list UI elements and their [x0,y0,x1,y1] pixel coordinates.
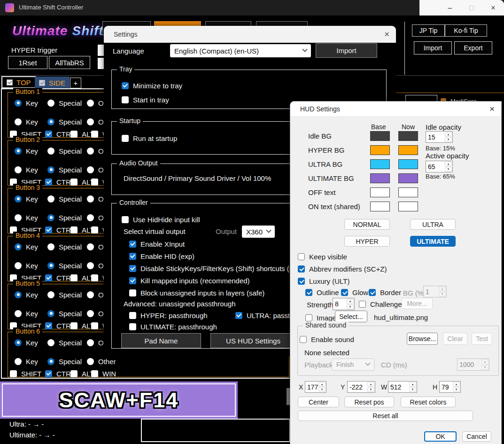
checkbox-icon[interactable] [122,96,129,103]
radio-special[interactable]: Special [47,98,82,108]
radio-special[interactable]: Special [47,290,82,299]
radio-icon[interactable] [87,195,94,203]
enable-hid-checkbox[interactable]: Enable HID (exp) [129,251,194,261]
spinner-down-icon[interactable]: ▼ [347,304,354,310]
outline-checkbox[interactable]: Outline [305,288,339,297]
ok-button[interactable]: OK [424,431,457,442]
jp-tip-button[interactable]: JP Tip [412,24,445,37]
ultimate-passthrough-checkbox[interactable]: ULTIMATE: passthrough [129,322,217,331]
ultimate-mode-button[interactable]: ULTIMATE [410,236,456,247]
radio-special[interactable]: Special [47,194,82,203]
border-checkbox[interactable]: Border [369,288,401,297]
spinner-up-icon[interactable]: ▲ [453,382,460,387]
checkbox-icon[interactable] [70,370,78,377]
start-in-tray-checkbox[interactable]: Start in tray [122,95,169,104]
radio-icon[interactable] [87,291,94,298]
checkbox-icon[interactable] [129,323,136,330]
radio-icon[interactable] [47,214,54,221]
radio-icon[interactable] [87,243,94,250]
checkbox-icon[interactable] [369,289,376,296]
radio-icon[interactable] [47,148,54,155]
radio-special[interactable]: Special [47,146,82,156]
export-config-button[interactable]: Export [454,41,492,55]
ultra-mode-button[interactable]: ULTRA [410,219,456,230]
checkbox-icon[interactable] [91,274,98,281]
us-hud-settings-button[interactable]: US HUD Settings [210,333,296,348]
checkbox-alt[interactable]: ALT [70,321,94,330]
radio-special-2[interactable]: Special [47,309,82,318]
checkbox-win[interactable]: WIN [91,369,116,378]
radio-key-2[interactable]: Key [15,165,38,174]
challenger-checkbox[interactable]: Challenger [359,299,404,309]
normal-mode-button[interactable]: NORMAL [344,219,390,230]
abbrev-modifiers-checkbox[interactable]: Abbrev modifiers (SC+Z) [298,264,387,274]
checkbox-icon[interactable] [129,289,136,296]
rset-button[interactable]: 1Rset [8,56,47,69]
enable-xinput-checkbox[interactable]: Enable XInput [129,239,185,249]
spinner-down-icon[interactable]: ▼ [445,137,452,142]
checkbox-icon[interactable] [70,322,78,329]
keep-visible-checkbox[interactable]: Keep visible [298,252,347,262]
checkbox-icon[interactable] [341,289,348,296]
radio-key[interactable]: Key [15,146,38,156]
radio-special[interactable]: Special [47,338,82,347]
checkbox-icon[interactable] [45,370,52,377]
kofi-tip-button[interactable]: Ko-fi Tip [445,24,487,37]
radio-icon[interactable] [15,214,22,221]
reset-pos-button[interactable]: Reset pos [344,397,394,407]
hyper-mode-button[interactable]: HYPER [344,236,390,247]
spinner-up-icon[interactable]: ▲ [409,382,416,387]
checkbox-alt[interactable]: ALT [70,225,94,234]
glow-checkbox[interactable]: Glow [341,288,368,297]
radio-key-2[interactable]: Key [15,213,38,222]
radio-icon[interactable] [15,262,22,269]
radio-icon[interactable] [15,291,22,298]
radio-icon[interactable] [87,358,94,365]
checkbox-icon[interactable] [91,226,98,234]
spinner-up-icon[interactable]: ▲ [445,132,452,137]
checkbox-alt[interactable]: ALT [70,177,94,187]
checkbox-icon[interactable] [298,265,305,273]
checkbox-icon[interactable] [70,179,78,186]
radio-icon[interactable] [87,118,94,125]
spinner-up-icon[interactable]: ▲ [318,382,326,387]
run-at-startup-checkbox[interactable]: Run at startup [122,133,177,143]
radio-other-2[interactable]: Other [87,357,116,366]
radio-icon[interactable] [47,166,54,173]
checkbox-icon[interactable] [70,131,78,138]
color-swatch-base[interactable] [370,187,390,197]
checkbox-icon[interactable] [45,274,52,281]
checkbox-icon[interactable] [45,226,52,234]
radio-icon[interactable] [47,262,54,269]
spinner-down-icon[interactable]: ▼ [409,387,416,392]
radio-special-2[interactable]: Special [47,357,82,366]
radio-icon[interactable] [15,310,22,317]
checkbox-icon[interactable] [235,312,242,319]
tab-side[interactable]: SIDE [35,77,70,89]
checkbox-icon[interactable] [122,135,129,142]
use-hidhide-checkbox[interactable]: Use HidHide input kill [122,215,200,224]
radio-key-2[interactable]: Key [15,309,38,318]
radio-icon[interactable] [15,166,22,173]
radio-key[interactable]: Key [15,242,38,251]
radio-icon[interactable] [47,100,54,107]
radio-icon[interactable] [15,100,22,107]
radio-key[interactable]: Key [15,194,38,203]
checkbox-icon[interactable] [359,301,366,308]
color-swatch-base[interactable] [370,159,390,169]
radio-icon[interactable] [15,339,22,346]
color-swatch-base[interactable] [370,202,390,211]
radio-icon[interactable] [87,214,94,221]
radio-icon[interactable] [47,118,54,125]
block-unassigned-checkbox[interactable]: Block unassigned inputs in layers (safe) [129,288,264,297]
kill-mapped-checkbox[interactable]: Kill mapped inputs (recommended) [129,276,250,285]
color-swatch-now[interactable] [398,202,418,211]
radio-icon[interactable] [87,166,94,173]
color-swatch-now[interactable] [398,145,418,155]
color-swatch-now[interactable] [398,159,418,169]
reset-colors-button[interactable]: Reset colors [401,397,456,407]
checkbox-icon[interactable] [122,216,129,223]
checkbox-icon[interactable] [305,289,312,296]
radio-special-2[interactable]: Special [47,165,82,174]
radio-icon[interactable] [15,148,22,155]
